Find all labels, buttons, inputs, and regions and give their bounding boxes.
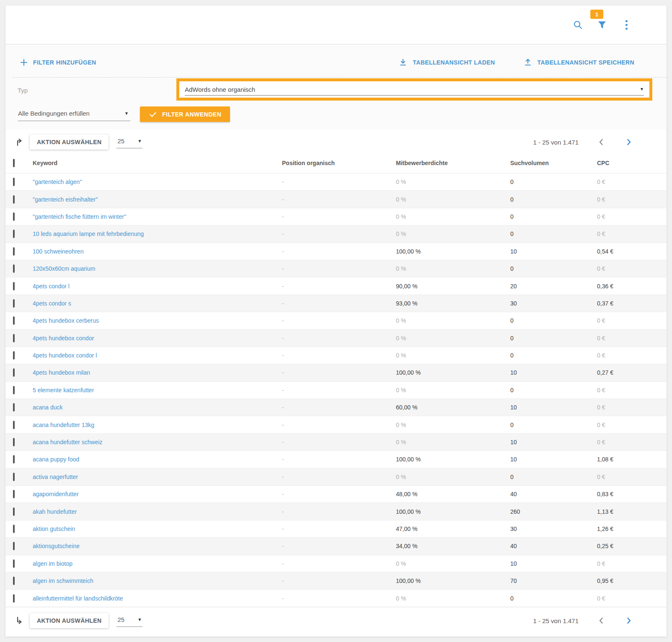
keyword-link[interactable]: 4pets hundebox condor l xyxy=(33,352,97,359)
mitbewerberdichte-value: 90,00 % xyxy=(396,283,510,290)
keyword-link[interactable]: 120x50x60cm aquarium xyxy=(33,265,95,272)
kebab-menu-icon[interactable] xyxy=(621,20,631,30)
action-select-button[interactable]: AKTION AUSWÄHLEN xyxy=(30,613,109,628)
apply-filter-button[interactable]: FILTER ANWENDEN xyxy=(140,106,230,122)
mitbewerberdichte-value: 34,00 % xyxy=(396,543,510,549)
filter-funnel-icon[interactable]: 1 xyxy=(597,20,607,30)
card-header: 1 xyxy=(5,5,667,44)
keyword-link[interactable]: aktionsgutscheine xyxy=(33,543,80,549)
cpc-value: 1,08 € xyxy=(597,456,667,463)
keyword-link[interactable]: acana duck xyxy=(33,404,63,411)
keyword-link[interactable]: agapornidenfutter xyxy=(33,491,79,497)
row-checkbox[interactable] xyxy=(13,559,15,568)
row-checkbox[interactable] xyxy=(13,386,15,394)
load-table-view-label: TABELLENANSICHT LADEN xyxy=(413,59,495,66)
position-organisch-value: - xyxy=(282,577,396,584)
column-header-suchvolumen[interactable]: Suchvolumen xyxy=(510,160,597,166)
page-size-select[interactable]: 25 ▼ xyxy=(116,136,142,148)
add-filter-button[interactable]: FILTER HINZUFÜGEN xyxy=(20,59,96,66)
action-select-button[interactable]: AKTION AUSWÄHLEN xyxy=(30,135,109,150)
keyword-link[interactable]: 4pets condor s xyxy=(33,300,71,307)
upload-icon xyxy=(524,58,532,67)
keyword-link[interactable]: algen im biotop xyxy=(33,560,72,567)
next-page-icon[interactable] xyxy=(624,137,634,147)
keyword-link[interactable]: alleinfuttermittel für landschildkröte xyxy=(33,595,123,602)
keyword-link[interactable]: "gartenteich eisfreihalter" xyxy=(33,196,98,203)
select-all-checkbox[interactable] xyxy=(13,159,15,167)
keyword-link[interactable]: 4pets condor l xyxy=(33,283,70,290)
row-checkbox[interactable] xyxy=(13,594,15,603)
condition-select[interactable]: Alle Bedingungen erfüllen ▼ xyxy=(18,107,130,121)
table-row: agapornidenfutter - 48,00 % 40 0,83 € xyxy=(5,485,667,502)
keyword-link[interactable]: 4pets hundebox condor xyxy=(33,335,94,342)
row-checkbox[interactable] xyxy=(13,507,15,516)
table-row: acana duck - 60,00 % 10 0 € xyxy=(5,399,667,416)
row-checkbox[interactable] xyxy=(13,368,15,377)
keyword-link[interactable]: acana hundefutter 13kg xyxy=(33,422,94,428)
row-checkbox[interactable] xyxy=(13,577,15,585)
row-checkbox[interactable] xyxy=(13,403,15,412)
keyword-link[interactable]: "gartenteich algen" xyxy=(33,179,82,185)
keyword-link[interactable]: 4pets hundebox milan xyxy=(33,369,90,376)
keyword-link[interactable]: 100 schweineohren xyxy=(33,248,83,255)
row-checkbox[interactable] xyxy=(13,264,15,273)
row-checkbox[interactable] xyxy=(13,178,15,186)
position-organisch-value: - xyxy=(282,213,396,220)
cpc-value: 0 € xyxy=(597,439,667,445)
column-header-cpc[interactable]: CPC xyxy=(597,160,667,166)
row-checkbox[interactable] xyxy=(13,473,15,481)
load-table-view-button[interactable]: TABELLENANSICHT LADEN xyxy=(399,58,495,67)
keyword-link[interactable]: 4pets hundebox cerberus xyxy=(33,317,99,324)
keyword-link[interactable]: akah hundefutter xyxy=(33,508,77,515)
keyword-link[interactable]: acana hundefutter schweiz xyxy=(33,439,103,445)
cpc-value: 1,26 € xyxy=(597,526,667,532)
keyword-link[interactable]: acana puppy food xyxy=(33,456,79,463)
next-page-icon[interactable] xyxy=(624,616,634,626)
keyword-link[interactable]: aktion gutschein xyxy=(33,526,75,532)
row-checkbox[interactable] xyxy=(13,299,15,308)
mitbewerberdichte-value: 47,00 % xyxy=(396,526,510,532)
mitbewerberdichte-value: 0 % xyxy=(396,560,510,567)
search-icon[interactable] xyxy=(573,20,583,30)
keyword-link[interactable]: 10 leds aquarium lampe mit fehrbedienung xyxy=(33,230,144,237)
page-size-select[interactable]: 25 ▼ xyxy=(116,614,142,627)
typ-select[interactable]: AdWords ohne organisch ▼ xyxy=(179,81,649,98)
table-row: 4pets hundebox milan - 100,00 % 10 0,27 … xyxy=(5,364,667,381)
row-checkbox[interactable] xyxy=(13,212,15,221)
column-header-keyword[interactable]: Keyword xyxy=(33,160,282,166)
mitbewerberdichte-value: 0 % xyxy=(396,317,510,324)
position-organisch-value: - xyxy=(282,422,396,428)
mitbewerberdichte-value: 0 % xyxy=(396,265,510,272)
row-checkbox[interactable] xyxy=(13,490,15,498)
keyword-link[interactable]: activa nagerfutter xyxy=(33,474,78,480)
row-checkbox[interactable] xyxy=(13,195,15,204)
row-checkbox[interactable] xyxy=(13,316,15,325)
row-checkbox[interactable] xyxy=(13,247,15,256)
save-table-view-button[interactable]: TABELLENANSICHT SPEICHERN xyxy=(524,58,634,67)
row-checkbox[interactable] xyxy=(13,438,15,446)
pagination-text: 1 - 25 von 1.471 xyxy=(533,139,579,146)
table-row: 4pets condor l - 90,00 % 20 0,36 € xyxy=(5,277,667,294)
table-row: 4pets hundebox condor l - 0 % 0 0 € xyxy=(5,347,667,364)
suchvolumen-value: 10 xyxy=(510,404,597,411)
previous-page-icon[interactable] xyxy=(596,137,606,147)
position-organisch-value: - xyxy=(282,560,396,567)
table-toolbar-top: AKTION AUSWÄHLEN 25 ▼ 1 - 25 von 1.471 xyxy=(5,131,667,153)
row-checkbox[interactable] xyxy=(13,282,15,290)
table-row: 100 schweineohren - 100,00 % 10 0,54 € xyxy=(5,243,667,260)
row-checkbox[interactable] xyxy=(13,455,15,463)
position-organisch-value: - xyxy=(282,404,396,411)
keyword-link[interactable]: "gartenteich fische füttern im winter" xyxy=(33,213,126,220)
keyword-link[interactable]: 5 elemente katzenfutter xyxy=(33,387,94,393)
column-header-position-organisch[interactable]: Position organisch xyxy=(282,160,396,166)
row-checkbox[interactable] xyxy=(13,525,15,533)
row-checkbox[interactable] xyxy=(13,351,15,360)
row-checkbox[interactable] xyxy=(13,542,15,550)
row-checkbox[interactable] xyxy=(13,334,15,342)
previous-page-icon[interactable] xyxy=(596,616,606,626)
row-checkbox[interactable] xyxy=(13,230,15,238)
keyword-link[interactable]: algen im schwimmteich xyxy=(33,577,93,584)
cpc-value: 0 € xyxy=(597,422,667,428)
row-checkbox[interactable] xyxy=(13,421,15,429)
column-header-mitbewerberdichte[interactable]: Mitbewerberdichte xyxy=(396,160,510,166)
